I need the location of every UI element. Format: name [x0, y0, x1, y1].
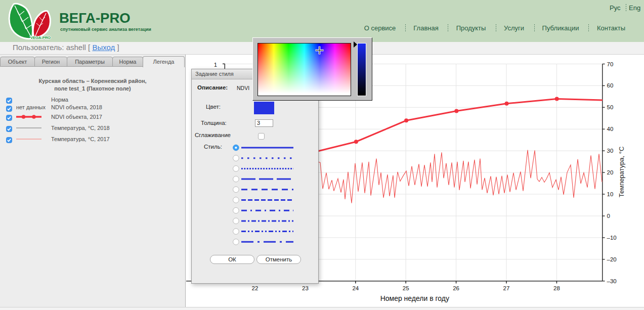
svg-text:–20: –20 — [607, 256, 617, 262]
svg-text:28: 28 — [553, 285, 560, 291]
svg-text:27: 27 — [503, 285, 510, 291]
svg-text:20: 20 — [607, 169, 614, 175]
svg-text:50: 50 — [607, 104, 614, 110]
svg-text:26: 26 — [453, 285, 459, 291]
svg-text:40: 40 — [607, 126, 614, 132]
svg-text:Номер недели в году: Номер недели в году — [380, 294, 449, 302]
svg-text:VEGA-PRO: VEGA-PRO — [30, 35, 51, 40]
svg-text:–10: –10 — [607, 235, 617, 241]
svg-text:30: 30 — [607, 148, 614, 154]
svg-text:0: 0 — [607, 213, 610, 219]
svg-text:70: 70 — [607, 61, 614, 67]
svg-text:25: 25 — [403, 285, 409, 291]
svg-text:–30: –30 — [607, 278, 617, 284]
svg-text:1: 1 — [214, 62, 217, 68]
svg-text:10: 10 — [607, 191, 614, 197]
svg-text:Температура, °C: Температура, °C — [618, 147, 625, 198]
svg-text:24: 24 — [352, 285, 359, 291]
svg-text:60: 60 — [607, 82, 614, 88]
